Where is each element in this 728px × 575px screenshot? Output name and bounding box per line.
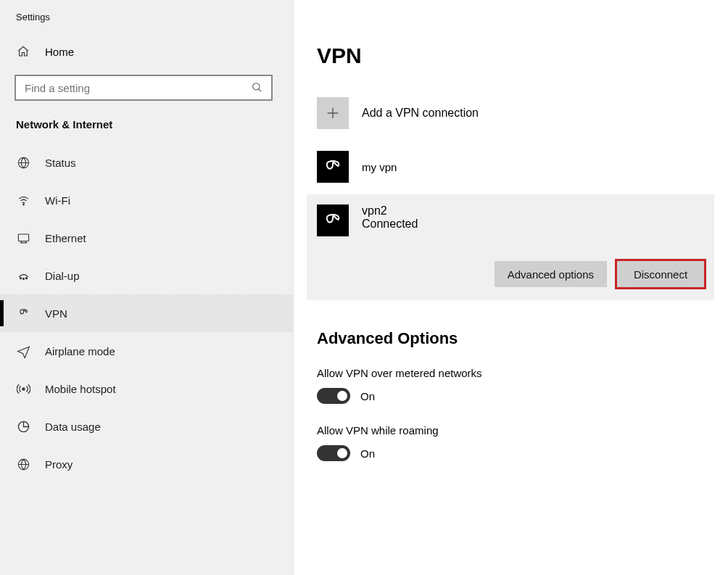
vpn-connection-item[interactable]: my vpn [317,146,728,187]
proxy-icon [16,457,30,471]
ethernet-icon [16,231,30,245]
sidebar-item-label: Airplane mode [45,345,115,357]
data-usage-icon [16,419,30,434]
svg-line-1 [259,88,261,91]
sidebar-home[interactable]: Home [0,36,293,67]
wifi-icon [16,193,30,207]
sidebar-item-ethernet[interactable]: Ethernet [0,219,293,257]
vpn-icon [16,306,30,320]
plus-icon [317,97,349,129]
page-title: VPN [317,44,728,68]
sidebar: Settings Home Network & Internet Status … [0,0,294,575]
sidebar-item-status[interactable]: Status [0,144,293,181]
sidebar-item-label: Status [45,157,76,169]
vpn-connection-icon [317,151,349,183]
sidebar-item-airplane[interactable]: Airplane mode [0,332,293,370]
vpn-connection-icon [317,204,349,236]
sidebar-item-label: Dial-up [45,270,80,282]
toggle-state: On [360,447,375,460]
add-vpn-label: Add a VPN connection [362,107,479,120]
hotspot-icon [16,381,30,396]
sidebar-item-label: Mobile hotspot [45,383,116,395]
toggle-roaming[interactable] [317,445,350,461]
sidebar-item-hotspot[interactable]: Mobile hotspot [0,370,293,408]
main-content: VPN Add a VPN connection my vpn vpn2 Con… [294,0,728,575]
sidebar-item-proxy[interactable]: Proxy [0,445,293,483]
svg-point-5 [20,277,21,278]
svg-point-3 [22,204,24,205]
svg-point-7 [25,277,27,278]
svg-point-6 [22,278,24,279]
search-container [0,67,293,112]
advanced-options-button[interactable]: Advanced options [495,261,607,287]
toggle-row-metered: Allow VPN over metered networks On [317,367,728,404]
dialup-icon [16,268,30,283]
sidebar-section-header: Network & Internet [0,112,293,144]
toggle-label: Allow VPN while roaming [317,424,728,437]
sidebar-item-datausage[interactable]: Data usage [0,408,293,445]
add-vpn-connection[interactable]: Add a VPN connection [317,97,728,129]
sidebar-item-dialup[interactable]: Dial-up [0,257,293,294]
home-icon [16,44,30,59]
toggle-metered-networks[interactable] [317,388,350,404]
sidebar-item-label: Ethernet [45,232,86,244]
advanced-options-heading: Advanced Options [317,329,728,348]
sidebar-item-label: Proxy [45,458,73,471]
disconnect-button[interactable]: Disconnect [617,261,704,287]
sidebar-item-label: Data usage [45,421,101,433]
sidebar-item-wifi[interactable]: Wi-Fi [0,181,293,219]
toggle-row-roaming: Allow VPN while roaming On [317,424,728,461]
svg-rect-4 [18,233,28,241]
vpn-connection-name: vpn2 [362,204,418,218]
airplane-icon [16,344,30,358]
toggle-state: On [360,390,375,402]
sidebar-item-vpn[interactable]: VPN [0,294,293,332]
vpn-connection-status: Connected [362,218,418,231]
search-input[interactable] [15,75,273,101]
toggle-label: Allow VPN over metered networks [317,367,728,379]
vpn-connection-item-selected[interactable]: vpn2 Connected Advanced options Disconne… [307,194,714,300]
search-icon [251,81,262,95]
sidebar-item-label: Wi-Fi [45,194,70,207]
vpn-connection-name: my vpn [362,161,397,173]
globe-icon [16,155,30,170]
svg-point-0 [253,83,260,89]
search-input-field[interactable] [25,82,251,94]
sidebar-item-label: VPN [45,307,67,320]
sidebar-home-label: Home [45,46,74,58]
app-title: Settings [0,7,293,36]
svg-point-8 [22,387,24,389]
